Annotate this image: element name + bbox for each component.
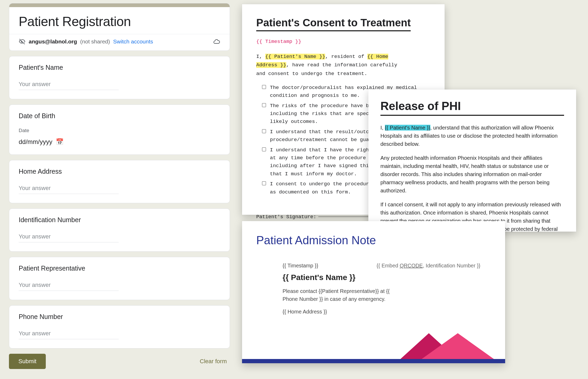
cloud-icon	[213, 38, 220, 45]
consent-title: Patient's Consent to Treatment	[256, 17, 411, 31]
question-phone: Phone Number	[9, 305, 230, 348]
label-phone: Phone Number	[19, 313, 220, 321]
sublabel-dob: Date	[19, 128, 220, 133]
input-dob[interactable]	[19, 138, 77, 146]
input-representative[interactable]	[19, 280, 119, 291]
form-title: Patient Registration	[19, 14, 220, 29]
submit-button[interactable]: Submit	[9, 354, 46, 369]
admission-qrcode: {{ Embed QRCODE, Identification Number }…	[376, 263, 480, 269]
label-dob: Date of Birth	[19, 112, 220, 120]
input-phone[interactable]	[19, 328, 119, 339]
account-email: angus@labnol.org	[29, 38, 77, 45]
phi-title: Release of PHI	[380, 99, 564, 116]
phi-paragraph: I, {{ Patient's Name }}, understand that…	[380, 124, 564, 148]
consent-lead: I, {{ Patient's Name }}, resident of {{ …	[256, 52, 409, 78]
admission-document: Patient Admission Note {{ Timestamp }} {…	[242, 221, 505, 363]
token-patient-name: {{ Patient's Name }}	[385, 125, 430, 131]
question-patient-name: Patient's Name	[9, 56, 230, 99]
input-address[interactable]	[19, 183, 119, 194]
question-address: Home Address	[9, 160, 230, 203]
admission-timestamp: {{ Timestamp }}	[283, 263, 318, 269]
admission-title: Patient Admission Note	[256, 234, 491, 247]
question-representative: Patient Representative	[9, 257, 230, 300]
registration-form: Patient Registration angus@labnol.org (n…	[9, 3, 230, 369]
label-patient-name: Patient's Name	[19, 64, 220, 71]
visibility-off-icon	[19, 38, 26, 45]
clear-form-link[interactable]: Clear form	[200, 358, 230, 365]
account-not-shared: (not shared)	[80, 38, 110, 45]
admission-footer-bar	[242, 359, 505, 363]
phi-paragraph: Any protected health information Phoenix…	[380, 154, 564, 195]
admission-meta-row: {{ Timestamp }} {{ Embed QRCODE, Identif…	[283, 263, 480, 269]
form-header-card: Patient Registration angus@labnol.org (n…	[9, 3, 230, 51]
token-patient-name: {{ Patient's Name }}	[265, 54, 325, 59]
admission-body: Please contact {{Patient Representative}…	[283, 287, 404, 303]
consent-timestamp: {{ Timestamp }}	[256, 39, 430, 44]
form-accent-bar	[9, 3, 230, 7]
label-representative: Patient Representative	[19, 265, 220, 272]
admission-address: {{ Home Address }}	[283, 308, 404, 316]
question-idnumber: Identification Number	[9, 208, 230, 252]
admission-footer-graphic	[242, 332, 505, 363]
phi-document: Release of PHI I, {{ Patient's Name }}, …	[368, 89, 576, 232]
label-address: Home Address	[19, 168, 220, 175]
input-patient-name[interactable]	[19, 79, 119, 90]
switch-accounts-link[interactable]: Switch accounts	[113, 38, 153, 45]
input-idnumber[interactable]	[19, 232, 119, 242]
admission-patient-name: {{ Patient's Name }}	[283, 273, 480, 282]
label-idnumber: Identification Number	[19, 216, 220, 224]
question-dob: Date of Birth Date	[9, 104, 230, 155]
